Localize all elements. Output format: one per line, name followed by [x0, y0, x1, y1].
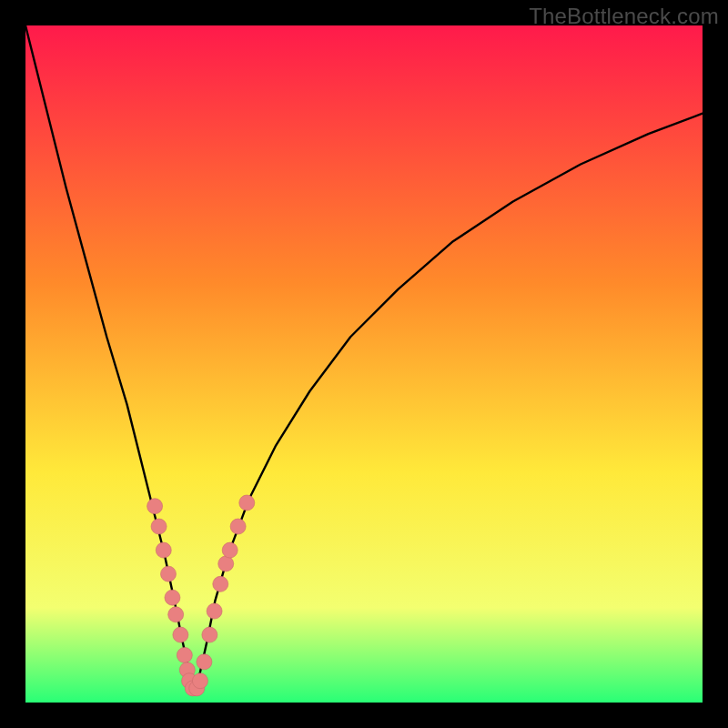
highlight-dot — [207, 603, 222, 619]
highlight-dot — [165, 590, 180, 605]
chart-svg — [25, 25, 703, 703]
highlight-dot — [213, 576, 228, 592]
highlight-dot — [160, 566, 176, 581]
highlight-dot — [168, 607, 184, 622]
highlight-dot — [151, 519, 167, 534]
highlight-dot — [177, 647, 192, 662]
highlight-dot — [192, 673, 207, 689]
highlight-dot — [156, 542, 171, 558]
bottleneck-curve — [25, 25, 703, 689]
highlight-dot — [173, 627, 188, 642]
highlight-dot — [202, 627, 217, 642]
highlight-dot — [239, 495, 255, 511]
highlight-dot — [218, 556, 234, 571]
highlight-dot — [222, 542, 238, 558]
highlight-dot — [197, 654, 212, 670]
chart-frame: TheBottleneck.com — [0, 0, 728, 728]
highlight-dot — [147, 499, 163, 514]
highlight-dot — [230, 519, 246, 534]
